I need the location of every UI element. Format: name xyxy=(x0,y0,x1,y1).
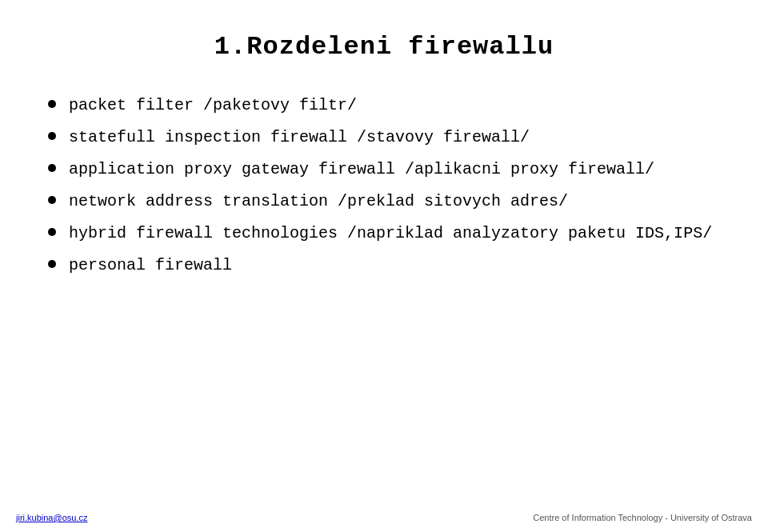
bullet-dot-icon xyxy=(48,260,56,268)
footer: jiri.kubina@osu.cz Centre of Information… xyxy=(0,513,768,522)
list-item: packet filter /paketovy filtr/ xyxy=(48,94,720,118)
bullet-text: packet filter /paketovy filtr/ xyxy=(69,94,720,118)
bullet-dot-icon xyxy=(48,164,56,172)
bullet-dot-icon xyxy=(48,100,56,108)
bullet-text: network address translation /preklad sit… xyxy=(69,190,720,214)
bullet-text: application proxy gateway firewall /apli… xyxy=(69,158,720,182)
list-item: hybrid firewall technologies /napriklad … xyxy=(48,222,720,246)
list-item: statefull inspection firewall /stavovy f… xyxy=(48,126,720,150)
bullet-text: statefull inspection firewall /stavovy f… xyxy=(69,126,720,150)
list-item: application proxy gateway firewall /apli… xyxy=(48,158,720,182)
bullet-dot-icon xyxy=(48,132,56,140)
list-item: network address translation /preklad sit… xyxy=(48,190,720,214)
bullet-dot-icon xyxy=(48,196,56,204)
bullet-dot-icon xyxy=(48,228,56,236)
slide-title: 1.Rozdeleni firewallu xyxy=(48,32,720,62)
bullet-text: personal firewall xyxy=(69,254,720,278)
footer-institution: Centre of Information Technology - Unive… xyxy=(533,513,752,522)
list-item: personal firewall xyxy=(48,254,720,278)
bullet-text: hybrid firewall technologies /napriklad … xyxy=(69,222,720,246)
slide-container: 1.Rozdeleni firewallu packet filter /pak… xyxy=(0,0,768,532)
footer-email[interactable]: jiri.kubina@osu.cz xyxy=(16,513,87,522)
bullet-list: packet filter /paketovy filtr/ statefull… xyxy=(48,94,720,278)
